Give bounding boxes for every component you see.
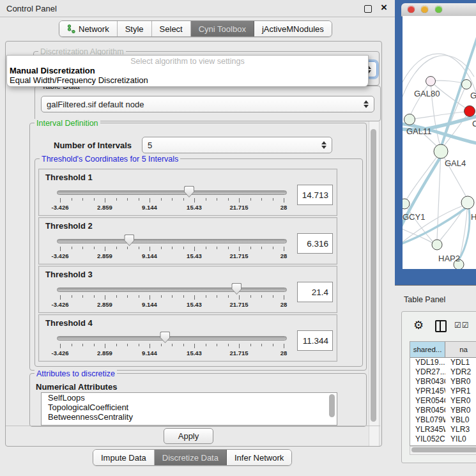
table-row[interactable]: YBL079WYBL0 bbox=[410, 415, 476, 425]
tick-mark bbox=[139, 198, 139, 201]
table-row[interactable]: YPR145WYPR1 bbox=[410, 387, 476, 396]
table-row[interactable]: YBR043CYBR0 bbox=[410, 377, 476, 387]
column-header-shared[interactable]: shared... bbox=[410, 342, 445, 357]
tab-label: jActiveMNodules bbox=[262, 24, 324, 34]
network-canvas[interactable]: GAL80GACGAL11GAL4GCY1HHAP2 bbox=[403, 16, 476, 269]
popup-option-equal-width-frequency[interactable]: Equal Width/Frequency Discretization bbox=[10, 75, 148, 85]
tab-label: Discretize Data bbox=[162, 453, 219, 463]
threshold-slider[interactable]: -3.4262.8599.14415.4321.71528 bbox=[57, 330, 287, 358]
content-scrollbar-thumb[interactable] bbox=[371, 129, 376, 422]
close-icon[interactable]: × bbox=[381, 1, 387, 14]
tick-mark bbox=[273, 198, 273, 201]
table-panel-title: Table Panel bbox=[404, 295, 445, 304]
attribute-list-item[interactable]: SelfLoops bbox=[42, 393, 337, 403]
tab-select[interactable]: Select bbox=[152, 21, 191, 36]
tick-mark bbox=[206, 295, 206, 298]
table-cell: YPR1 bbox=[445, 387, 476, 396]
tab-discretize-data[interactable]: Discretize Data bbox=[155, 450, 227, 465]
tick-mark bbox=[161, 247, 162, 249]
attribute-list-item[interactable]: BetweennessCentrality bbox=[42, 412, 337, 422]
tick-mark bbox=[261, 198, 262, 201]
table-row[interactable]: YLR345WYLR3 bbox=[410, 425, 476, 434]
apply-button[interactable]: Apply bbox=[164, 428, 213, 444]
threshold-value-field[interactable]: 21.4 bbox=[297, 282, 333, 302]
table-data-combobox[interactable]: galFiltered.sif default node bbox=[41, 96, 374, 112]
network-node[interactable] bbox=[461, 196, 474, 209]
network-node[interactable] bbox=[464, 106, 475, 117]
tick-mark bbox=[183, 344, 184, 346]
tick-label: 9.144 bbox=[142, 252, 157, 259]
tick-mark bbox=[116, 295, 117, 298]
tick-mark bbox=[206, 344, 206, 346]
network-node[interactable] bbox=[426, 77, 436, 86]
slider-thumb[interactable] bbox=[124, 234, 134, 246]
table-hscrollbar[interactable] bbox=[410, 446, 476, 455]
tab-network[interactable]: Network bbox=[59, 21, 118, 36]
threshold-value-field[interactable]: 11.344 bbox=[297, 330, 333, 351]
tick-label: 2.859 bbox=[97, 301, 112, 308]
attributes-scrollbar-thumb[interactable] bbox=[329, 394, 335, 417]
tab-style[interactable]: Style bbox=[118, 21, 152, 36]
threshold-slider[interactable]: -3.4262.8599.14415.4321.71528 bbox=[57, 185, 287, 213]
combo-arrows-icon bbox=[364, 100, 369, 108]
table-row[interactable]: YDL19...YDL1 bbox=[410, 358, 476, 367]
table-hscrollbar-thumb[interactable] bbox=[411, 447, 476, 452]
tick-label: 15.43 bbox=[187, 301, 202, 308]
network-node[interactable] bbox=[434, 144, 448, 158]
tick-mark bbox=[105, 247, 105, 251]
table-cell: YDR2 bbox=[445, 367, 476, 377]
table-row[interactable]: YBR045CYBR0 bbox=[410, 406, 476, 415]
tick-mark bbox=[228, 344, 229, 346]
threshold-value-field[interactable]: 14.713 bbox=[297, 185, 333, 205]
slider-thumb[interactable] bbox=[231, 283, 242, 295]
tab-infer-network[interactable]: Infer Network bbox=[227, 450, 291, 465]
slider-thumb[interactable] bbox=[160, 332, 170, 343]
column-header-na[interactable]: na bbox=[445, 342, 476, 357]
table-cell: YDL1 bbox=[445, 358, 476, 367]
threshold-slider[interactable]: -3.4262.8599.14415.4321.71528 bbox=[57, 282, 287, 310]
tick-label: 15.43 bbox=[187, 349, 202, 357]
network-node[interactable] bbox=[432, 240, 442, 250]
tab-jactivemnodules[interactable]: jActiveMNodules bbox=[254, 21, 332, 36]
node-table[interactable]: shared...na YDL19...YDL1YDR27...YDR2YBR0… bbox=[410, 341, 476, 446]
threshold-value-field[interactable]: 6.316 bbox=[297, 233, 333, 254]
popup-option-manual-discretization[interactable]: Manual Discretization bbox=[10, 66, 95, 75]
tick-mark bbox=[183, 198, 184, 201]
table-row[interactable]: YIL052CYIL0 bbox=[410, 434, 476, 444]
tick-mark bbox=[139, 295, 139, 298]
tick-mark bbox=[72, 295, 72, 298]
threshold-slider[interactable]: -3.4262.8599.14415.4321.71528 bbox=[57, 233, 287, 261]
minimize-traffic-light-icon[interactable] bbox=[421, 6, 428, 13]
tab-cyni-toolbox[interactable]: Cyni Toolbox bbox=[191, 21, 254, 36]
num-intervals-combobox[interactable]: 5 bbox=[142, 137, 332, 153]
gear-icon[interactable]: ⚙ bbox=[413, 318, 424, 332]
table-cell: YDL19... bbox=[410, 358, 445, 367]
float-window-icon[interactable] bbox=[364, 5, 372, 13]
table-row[interactable]: YDR27...YDR2 bbox=[410, 367, 476, 377]
tick-mark bbox=[194, 295, 195, 300]
network-node[interactable] bbox=[403, 199, 410, 209]
split-column-icon[interactable] bbox=[435, 320, 447, 332]
tick-mark bbox=[261, 247, 262, 249]
network-node[interactable] bbox=[404, 114, 415, 125]
tick-label: 28 bbox=[280, 204, 288, 211]
node-label: HAP2 bbox=[438, 254, 460, 263]
attribute-list-item[interactable]: TopologicalCoefficient bbox=[42, 403, 337, 412]
tick-mark bbox=[250, 295, 251, 298]
tick-mark bbox=[284, 198, 284, 203]
network-node[interactable] bbox=[462, 80, 472, 89]
tick-mark bbox=[150, 198, 150, 203]
tab-impute-data[interactable]: Impute Data bbox=[93, 450, 155, 465]
attributes-list[interactable]: SelfLoopsTopologicalCoefficientBetweenne… bbox=[41, 392, 337, 426]
zoom-traffic-light-icon[interactable] bbox=[435, 6, 442, 13]
slider-thumb[interactable] bbox=[184, 186, 194, 197]
network-window-titlebar[interactable] bbox=[401, 3, 476, 17]
thresholds-group-label: Threshold's Coordinates for 5 Intervals bbox=[40, 155, 180, 164]
close-traffic-light-icon[interactable] bbox=[408, 6, 415, 13]
table-row[interactable]: YER054CYER0 bbox=[410, 396, 476, 406]
combo-arrows-icon bbox=[321, 141, 326, 149]
tick-mark bbox=[273, 344, 273, 346]
checkbox-icons[interactable]: ☑☑ bbox=[454, 321, 470, 330]
tick-mark bbox=[228, 198, 229, 201]
popup-prompt: Select algorithm to view settings bbox=[7, 57, 368, 66]
